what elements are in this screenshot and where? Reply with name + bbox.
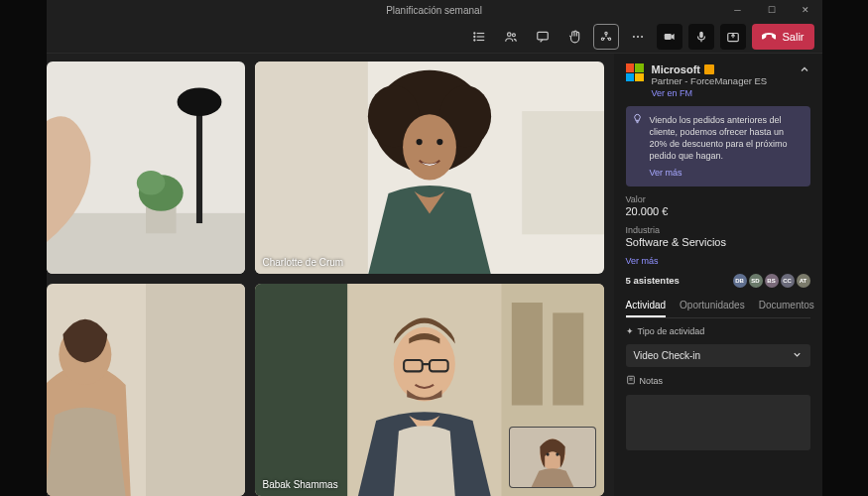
svg-rect-40 xyxy=(511,303,542,406)
svg-point-3 xyxy=(474,32,475,33)
avatar: AT xyxy=(797,274,810,288)
microsoft-logo-icon xyxy=(626,63,644,81)
note-icon xyxy=(626,375,636,387)
svg-point-7 xyxy=(513,33,516,36)
notes-textarea[interactable] xyxy=(626,395,810,450)
svg-rect-8 xyxy=(538,32,549,40)
video-tile-0 xyxy=(47,62,245,274)
svg-point-11 xyxy=(609,38,611,40)
chevron-down-icon xyxy=(792,349,803,362)
activity-type-label: ✦ Tipo de actividad xyxy=(626,326,810,336)
chevron-up-icon[interactable] xyxy=(799,63,810,77)
minimize-button[interactable]: ─ xyxy=(721,0,755,20)
activity-type-select[interactable]: Video Check-in xyxy=(626,344,810,367)
self-view-pip[interactable] xyxy=(509,427,596,488)
svg-rect-41 xyxy=(553,312,583,405)
chat-icon[interactable] xyxy=(530,24,556,50)
video-tile-1: Charlotte de Crum xyxy=(255,62,604,274)
share-icon[interactable] xyxy=(720,24,746,50)
attendee-avatars[interactable]: DBSDBSCCAT xyxy=(733,274,810,288)
tip-more-link[interactable]: Ver más xyxy=(634,167,682,179)
list-icon[interactable] xyxy=(466,24,492,50)
video-tile-2 xyxy=(47,284,245,496)
svg-rect-16 xyxy=(700,31,704,37)
fm-link[interactable]: Ver en FM xyxy=(652,88,693,98)
activity-type-value: Video Check-in xyxy=(634,350,701,361)
breakout-rooms-icon[interactable] xyxy=(593,24,619,50)
svg-rect-15 xyxy=(665,34,672,40)
avatar: BS xyxy=(765,274,779,288)
mic-icon[interactable] xyxy=(688,24,714,50)
tab-actividad[interactable]: Actividad xyxy=(626,300,667,317)
people-icon[interactable] xyxy=(498,24,524,50)
camera-icon[interactable] xyxy=(657,24,682,50)
avatar: SD xyxy=(749,274,763,288)
content-area: Charlotte de Crum xyxy=(47,54,822,496)
participant-name-label: Charlotte de Crum xyxy=(263,257,344,268)
industria-label: Industria xyxy=(626,225,810,235)
raise-hand-icon[interactable] xyxy=(561,24,587,50)
leave-button[interactable]: Salir xyxy=(752,24,813,50)
svg-point-12 xyxy=(633,35,635,37)
attendees-count: 5 asistentes xyxy=(626,275,680,286)
attendees-row: 5 asistentes DBSDBSCCAT xyxy=(626,274,810,288)
titlebar: Planificación semanal ─ ☐ ✕ xyxy=(47,0,822,20)
svg-rect-26 xyxy=(255,62,368,274)
more-icon[interactable] xyxy=(625,24,651,50)
svg-point-48 xyxy=(546,453,549,456)
participant-name-label: Babak Shammas xyxy=(263,479,338,490)
panel-subtitle: Partner - ForceManager ES xyxy=(652,75,768,86)
svg-point-9 xyxy=(605,32,607,34)
avatar: CC xyxy=(781,274,795,288)
svg-point-4 xyxy=(474,36,475,37)
svg-rect-35 xyxy=(146,284,245,496)
svg-point-21 xyxy=(177,87,221,116)
sparkle-icon: ✦ xyxy=(626,326,634,336)
panel-tabs: Actividad Oportunidades Documentos xyxy=(626,300,810,318)
meeting-toolbar: Salir xyxy=(47,20,822,54)
lightbulb-icon xyxy=(632,113,643,127)
avatar: DB xyxy=(733,274,747,288)
panel-more-link[interactable]: Ver más xyxy=(626,256,810,266)
svg-point-13 xyxy=(637,35,639,37)
window-title: Planificación semanal xyxy=(386,5,482,16)
svg-point-5 xyxy=(474,39,475,40)
panel-header: Microsoft Partner - ForceManager ES Ver … xyxy=(626,63,810,98)
svg-point-49 xyxy=(556,453,558,456)
svg-point-33 xyxy=(436,139,442,145)
video-tile-3: Babak Shammas xyxy=(255,284,604,496)
notes-label: Notas xyxy=(626,375,810,387)
valor-value: 20.000 € xyxy=(626,205,810,217)
svg-point-32 xyxy=(416,139,422,145)
close-button[interactable]: ✕ xyxy=(789,0,822,20)
svg-rect-38 xyxy=(255,284,347,496)
window-controls: ─ ☐ ✕ xyxy=(721,0,822,20)
insight-tip: Viendo los pedidos anteriores del client… xyxy=(626,106,810,186)
valor-field: Valor 20.000 € xyxy=(626,194,810,217)
svg-point-10 xyxy=(602,38,604,40)
panel-company-title: Microsoft xyxy=(652,63,768,75)
svg-point-24 xyxy=(136,171,165,194)
svg-rect-20 xyxy=(195,102,201,223)
tab-documentos[interactable]: Documentos xyxy=(759,300,814,317)
svg-point-14 xyxy=(642,35,644,37)
app-window: Planificación semanal ─ ☐ ✕ xyxy=(47,0,822,496)
svg-point-6 xyxy=(508,32,512,36)
svg-point-31 xyxy=(403,114,456,180)
tip-text: Viendo los pedidos anteriores del client… xyxy=(634,114,803,163)
industria-value: Software & Servicios xyxy=(626,236,810,248)
valor-label: Valor xyxy=(626,194,810,204)
svg-rect-27 xyxy=(522,111,604,234)
tab-oportunidades[interactable]: Oportunidades xyxy=(680,300,745,317)
maximize-button[interactable]: ☐ xyxy=(755,0,789,20)
industria-field: Industria Software & Servicios xyxy=(626,225,810,248)
leave-label: Salir xyxy=(782,31,804,43)
context-panel: Microsoft Partner - ForceManager ES Ver … xyxy=(614,54,822,496)
video-grid: Charlotte de Crum xyxy=(47,54,614,496)
badge-icon xyxy=(704,64,714,74)
